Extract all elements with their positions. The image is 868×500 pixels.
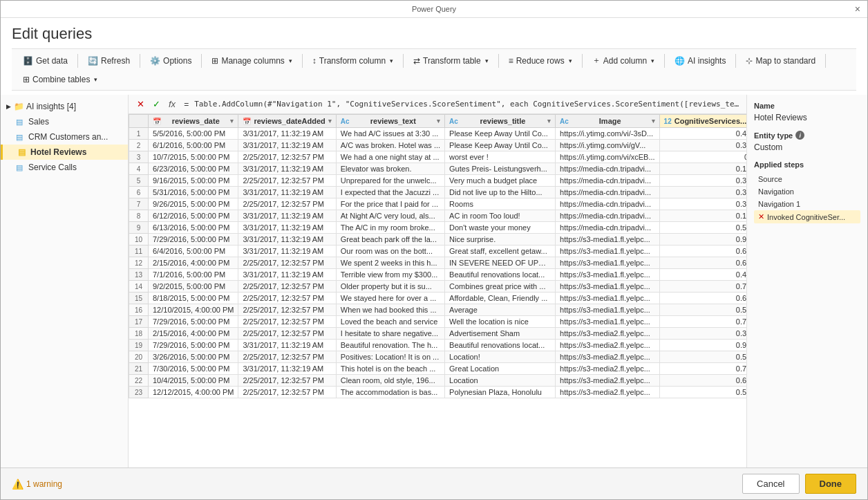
cell-reviews-text: We stayed here for over a ... [336,293,444,304]
applied-step[interactable]: ✕Invoked CognitiveSer... [754,210,860,223]
add-column-button[interactable]: ＋ Add column ▾ [587,52,660,69]
cell-reviews-text: Clean room, old style, 196... [336,375,444,387]
col-type-icon: 📅 [243,118,251,125]
table-row[interactable]: 7 9/26/2015, 5:00:00 PM 2/25/2017, 12:32… [129,198,747,210]
table-row[interactable]: 1 5/5/2016, 5:00:00 PM 3/31/2017, 11:32:… [129,128,747,140]
transform-column-button[interactable]: ↕ Transform column ▾ [307,53,399,68]
table-row[interactable]: 21 7/30/2016, 5:00:00 PM 3/31/2017, 11:3… [129,363,747,375]
cell-reviews-title: Affordable, Clean, Friendly ... [445,293,556,304]
cell-reviews-title: Beautiful renovations locat... [445,269,556,281]
cell-image: https://media-cdn.tripadvi... [556,187,660,198]
formula-input[interactable]: Table.AddColumn(#"Navigation 1", "Cognit… [194,100,741,109]
table-row[interactable]: 23 12/12/2015, 4:00:00 PM 2/25/2017, 12:… [129,387,747,398]
sidebar-item-hotel-reviews[interactable]: ▤ Hotel Reviews [1,145,128,160]
table-row[interactable]: 20 3/26/2016, 5:00:00 PM 2/25/2017, 12:3… [129,351,747,363]
manage-columns-button[interactable]: ⊞ Manage columns ▾ [206,53,297,68]
done-button[interactable]: Done [805,474,857,494]
table-row[interactable]: 6 5/31/2016, 5:00:00 PM 3/31/2017, 11:32… [129,187,747,198]
cell-reviews-date-added: 3/31/2017, 11:32:19 AM [238,234,336,246]
table-row[interactable]: 19 7/29/2016, 5:00:00 PM 3/31/2017, 11:3… [129,340,747,351]
table-row[interactable]: 13 7/1/2016, 5:00:00 PM 3/31/2017, 11:32… [129,269,747,281]
table-row[interactable]: 16 12/10/2015, 4:00:00 PM 2/25/2017, 12:… [129,304,747,316]
item-label: Service Calls [28,163,77,172]
cell-score: 0.917 [659,340,746,351]
applied-step[interactable]: Source [754,173,860,185]
toolbar: 🗄️ Get data 🔄 Refresh ⚙️ Options ⊞ Manag… [12,48,856,91]
col-label: reviews_text [370,117,416,125]
table-row[interactable]: 22 10/4/2015, 5:00:00 PM 2/25/2017, 12:3… [129,375,747,387]
cell-reviews-date-added: 2/25/2017, 12:32:57 PM [238,387,336,398]
reduce-rows-button[interactable]: ≡ Reduce rows ▾ [503,53,578,68]
table-row[interactable]: 18 2/15/2016, 4:00:00 PM 2/25/2017, 12:3… [129,328,747,340]
table-row[interactable]: 8 6/12/2016, 5:00:00 PM 3/31/2017, 11:32… [129,210,747,222]
cell-reviews-text: At Night A/C very loud, als... [336,210,444,222]
applied-step[interactable]: Navigation [754,185,860,198]
close-button[interactable]: × [855,3,860,15]
formula-confirm-button[interactable]: ✓ [150,99,163,109]
warning-icon: ⚠️ [12,479,23,490]
cell-reviews-date: 6/12/2016, 5:00:00 PM [149,210,238,222]
cell-reviews-title: Beautiful renovations locat... [445,340,556,351]
col-filter-icon[interactable]: ▾ [328,118,332,124]
cell-reviews-title: Polynesian Plaza, Honolulu [445,387,556,398]
data-grid-container[interactable]: 📅 reviews_date ▾ 📅 reviews_dateAdded ▾ [129,114,746,467]
cell-reviews-date: 10/7/2015, 5:00:00 PM [149,151,238,163]
delete-step-button[interactable]: ✕ [758,212,764,221]
cell-score: 0.705 [659,316,746,328]
col-reviews-date-added[interactable]: 📅 reviews_dateAdded ▾ [238,115,336,128]
cell-image: https://i.ytimg.com/vi/xcEB... [556,151,660,163]
divider-8 [664,54,665,68]
table-row[interactable]: 9 6/13/2016, 5:00:00 PM 3/31/2017, 11:32… [129,222,747,234]
map-to-standard-button[interactable]: ⊹ Map to standard [740,53,821,68]
cell-score: 0.389 [659,187,746,198]
cell-reviews-title: Great Location [445,363,556,375]
step-label: Navigation [758,187,794,196]
col-label: reviews_date [172,117,220,125]
col-reviews-text[interactable]: Ac reviews_text ▾ [336,115,444,128]
table-row[interactable]: 15 8/18/2015, 5:00:00 PM 2/25/2017, 12:3… [129,293,747,304]
transform-table-button[interactable]: ⇄ Transform table ▾ [408,53,494,68]
cell-reviews-text: I expected that the Jacuzzi ... [336,187,444,198]
formula-cancel-button[interactable]: ✕ [134,99,147,109]
refresh-button[interactable]: 🔄 Refresh [82,53,135,68]
ai-insights-button[interactable]: 🌐 AI insights [669,53,731,68]
sidebar-group-header[interactable]: ▶ 📁 AI insights [4] [1,99,128,114]
sidebar-item-crm[interactable]: ▤ CRM Customers an... [1,129,128,145]
table-row[interactable]: 3 10/7/2015, 5:00:00 PM 2/25/2017, 12:32… [129,151,747,163]
cancel-button[interactable]: Cancel [742,474,799,494]
sidebar-item-sales[interactable]: ▤ Sales [1,114,128,129]
table-row[interactable]: 5 9/16/2015, 5:00:00 PM 2/25/2017, 12:32… [129,175,747,187]
col-filter-icon[interactable]: ▾ [652,118,655,124]
sidebar-item-service-calls[interactable]: ▤ Service Calls [1,160,128,175]
reduce-rows-icon: ≡ [509,56,513,66]
table-row[interactable]: 4 6/23/2016, 5:00:00 PM 3/31/2017, 11:32… [129,163,747,175]
applied-step[interactable]: Navigation 1 [754,198,860,210]
cell-reviews-date: 9/2/2015, 5:00:00 PM [149,281,238,293]
col-filter-icon[interactable]: ▾ [437,118,440,124]
table-row[interactable]: 12 2/15/2016, 4:00:00 PM 2/25/2017, 12:3… [129,257,747,269]
cell-image: https://s3-media1.fl.yelpc... [556,304,660,316]
col-filter-icon[interactable]: ▾ [230,118,234,124]
col-reviews-date[interactable]: 📅 reviews_date ▾ [149,115,238,128]
table-row[interactable]: 17 7/29/2016, 5:00:00 PM 2/25/2017, 12:3… [129,316,747,328]
cell-score: 0.497 [659,128,746,140]
col-filter-icon[interactable]: ▾ [547,118,551,124]
cell-image: https://s3-media1.fl.yelpc... [556,269,660,281]
table-row[interactable]: 10 7/29/2016, 5:00:00 PM 3/31/2017, 11:3… [129,234,747,246]
steps-list: SourceNavigationNavigation 1✕Invoked Cog… [754,173,860,223]
cell-reviews-text: When we had booked this ... [336,304,444,316]
combine-tables-button[interactable]: ⊞ Combine tables ▾ [17,72,103,87]
col-cognitive-score[interactable]: 12 CognitiveServices.... ▾ [659,115,746,128]
cell-reviews-title: Very much a budget place [445,175,556,187]
col-reviews-title[interactable]: Ac reviews_title ▾ [445,115,556,128]
cell-reviews-date: 12/10/2015, 4:00:00 PM [149,304,238,316]
cell-reviews-text: A/C was broken. Hotel was ... [336,140,444,151]
get-data-button[interactable]: 🗄️ Get data [17,53,73,68]
table-row[interactable]: 11 6/4/2016, 5:00:00 PM 3/31/2017, 11:32… [129,246,747,257]
table-row[interactable]: 14 9/2/2015, 5:00:00 PM 2/25/2017, 12:32… [129,281,747,293]
cell-score: 0.667 [659,257,746,269]
options-button[interactable]: ⚙️ Options [144,53,197,68]
name-section: Name Hotel Reviews [754,102,860,122]
table-row[interactable]: 2 6/1/2016, 5:00:00 PM 3/31/2017, 11:32:… [129,140,747,151]
col-image[interactable]: Ac Image ▾ [556,115,660,128]
